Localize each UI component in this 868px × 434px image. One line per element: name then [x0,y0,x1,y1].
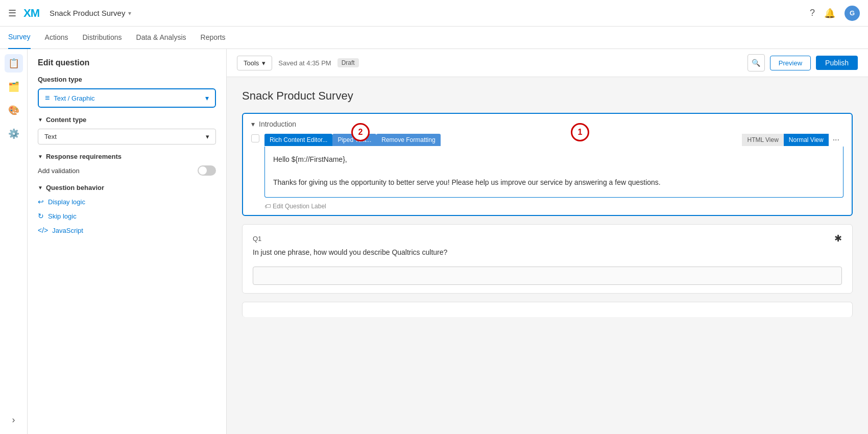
search-button[interactable]: 🔍 [748,54,765,71]
sub-nav-data-analysis[interactable]: Data & Analysis [136,27,186,49]
javascript-link[interactable]: </> JavaScript [38,226,216,234]
response-requirements-label: Response requirements [46,153,122,160]
question-type-caret-icon: ▾ [205,94,209,102]
q1-text: In just one phrase, how would you descri… [243,248,852,262]
sub-nav-actions[interactable]: Actions [45,27,68,49]
tools-label: Tools [244,59,259,67]
response-requirements-section-header[interactable]: ▼ Response requirements [38,153,216,160]
sidebar-pages-icon[interactable]: 🗂️ [5,78,23,96]
editor-toolbar-wrapper: 2 1 Rich Content Editor... Piped Text...… [264,133,843,147]
skip-logic-link[interactable]: ↻ Skip logic [38,212,216,220]
content-type-caret-icon: ▾ [206,133,209,140]
label-tag-icon: 🏷 [264,203,271,210]
sidebar-style-icon[interactable]: 🎨 [5,101,23,119]
text-graphic-icon: ≡ [45,93,50,103]
editor-content[interactable]: Hello ${m://FirstName}, Thanks for givin… [264,147,843,198]
content-type-label: Content type [46,116,86,124]
javascript-icon: </> [38,226,48,234]
sub-nav-distributions[interactable]: Distributions [83,27,122,49]
q2-question-card-partial [242,302,853,317]
content-type-dropdown[interactable]: Text ▾ [38,129,216,144]
saved-text: Saved at 4:35 PM [278,59,331,67]
avatar[interactable]: G [845,6,860,21]
skip-logic-icon: ↻ [38,212,44,220]
editor-line-2: Thanks for giving us the opportunity to … [273,177,835,188]
more-options-icon[interactable]: ··· [829,133,843,147]
question-type-label: Question type [38,76,216,83]
top-bar: ☰ XM Snack Product Survey ▾ ? 🔔 G [0,0,868,27]
q1-label: Q1 [253,235,261,243]
content-type-section-header[interactable]: ▼ Content type [38,116,216,124]
survey-name: Snack Product Survey [242,89,853,103]
rich-content-editor-button[interactable]: Rich Content Editor... [264,134,332,146]
question-type-value: Text / Graphic [54,94,94,102]
card-top: 2 1 Rich Content Editor... Piped Text...… [243,128,852,210]
html-view-button[interactable]: HTML View [742,134,783,146]
remove-formatting-button[interactable]: Remove Formatting [376,134,440,146]
editor-line-1: Hello ${m://FirstName}, [273,154,835,165]
badge-2: 2 [351,123,370,141]
add-validation-toggle[interactable] [198,165,216,176]
content-type-arrow-icon: ▼ [38,117,43,123]
add-validation-label: Add validation [38,167,80,175]
sub-nav-survey[interactable]: Survey [8,27,31,49]
content-area: Snack Product Survey ▾ Introduction [227,77,868,434]
tools-caret-icon: ▾ [262,59,266,67]
toolbar-right: 🔍 Preview Publish [748,54,858,71]
q1-header: Q1 ✱ [243,225,852,248]
top-bar-right: ? 🔔 G [810,6,860,21]
edit-question-title: Edit question [38,58,216,67]
xm-logo: XM [23,7,39,20]
draft-badge: Draft [337,58,359,67]
question-type-dropdown[interactable]: ≡ Text / Graphic ▾ [38,88,216,108]
content-inner: Snack Product Survey ▾ Introduction [227,77,868,337]
publish-button[interactable]: Publish [816,56,858,70]
edit-question-label[interactable]: 🏷 Edit Question Label [264,203,843,210]
bell-icon[interactable]: 🔔 [824,8,835,19]
main-layout: 📋 🗂️ 🎨 ⚙️ › Edit question Question type … [0,49,868,434]
question-behavior-section-header[interactable]: ▼ Question behavior [38,184,216,191]
question-checkbox[interactable] [251,134,259,142]
normal-view-button[interactable]: Normal View [784,134,829,146]
icon-sidebar: 📋 🗂️ 🎨 ⚙️ › [0,49,28,434]
question-behavior-label: Question behavior [46,184,104,191]
preview-button[interactable]: Preview [770,56,811,70]
display-logic-icon: ↩ [38,198,44,206]
editor-view-right: HTML View Normal View ··· [742,133,843,147]
response-arrow-icon: ▼ [38,154,43,159]
help-icon[interactable]: ? [810,8,815,18]
q1-question-card: Q1 ✱ In just one phrase, how would you d… [242,224,853,294]
survey-title: Snack Product Survey [50,9,125,17]
sidebar-expand-icon[interactable]: › [5,411,23,429]
javascript-label: JavaScript [52,227,83,234]
title-caret-icon[interactable]: ▾ [128,10,131,17]
editor-full: 2 1 Rich Content Editor... Piped Text...… [264,133,843,210]
sidebar-questions-icon[interactable]: 📋 [5,54,23,73]
q1-text-input[interactable] [253,267,842,285]
intro-question-card: ▾ Introduction 2 1 [242,113,853,216]
behavior-arrow-icon: ▼ [38,185,43,190]
response-section: Add validation [38,165,216,176]
skip-logic-label: Skip logic [48,212,77,220]
left-panel: Edit question Question type ≡ Text / Gra… [28,49,227,434]
badge-1: 1 [571,123,589,141]
sub-nav: Survey Actions Distributions Data & Anal… [0,27,868,49]
hamburger-icon[interactable]: ☰ [8,8,16,19]
survey-title-bar: Snack Product Survey ▾ [50,9,131,17]
content-type-value: Text [44,133,57,140]
tools-button[interactable]: Tools ▾ [237,56,272,70]
display-logic-link[interactable]: ↩ Display logic [38,198,216,206]
sub-nav-reports[interactable]: Reports [201,27,226,49]
intro-label: Introduction [259,120,296,128]
q1-required-star: ✱ [834,233,842,244]
toolbar: Tools ▾ Saved at 4:35 PM Draft 🔍 Preview… [227,49,868,77]
add-validation-row: Add validation [38,165,216,176]
display-logic-label: Display logic [48,198,85,206]
intro-header[interactable]: ▾ Introduction [243,114,852,128]
sidebar-flow-icon[interactable]: ⚙️ [5,125,23,143]
intro-caret-icon: ▾ [251,120,255,128]
right-side: Tools ▾ Saved at 4:35 PM Draft 🔍 Preview… [227,49,868,434]
